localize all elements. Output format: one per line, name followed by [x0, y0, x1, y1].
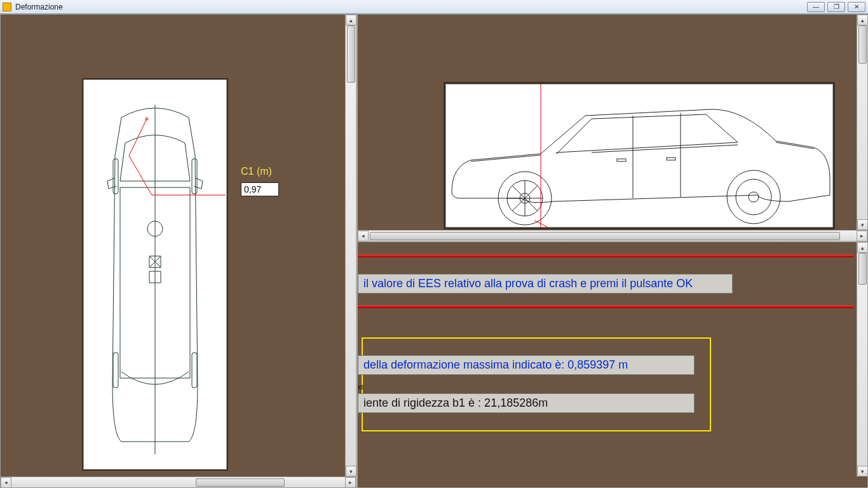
scroll-thumb-v[interactable]	[858, 253, 867, 285]
left-vertical-scrollbar[interactable]: ▴ ▾	[345, 15, 356, 477]
svg-point-17	[727, 170, 780, 224]
scroll-down-icon[interactable]: ▾	[346, 466, 356, 477]
scroll-down-icon[interactable]: ▾	[857, 466, 868, 477]
red-divider-top	[358, 255, 853, 257]
rigidity-b1-box: iente di rigidezza b1 è : 21,185286m	[358, 393, 695, 413]
titlebar: Deformazione — ❐ ✕	[0, 0, 868, 14]
xt-label: xt	[358, 383, 363, 391]
maximize-button[interactable]: ❐	[827, 2, 845, 12]
close-button[interactable]: ✕	[848, 2, 865, 12]
svg-rect-2	[113, 159, 118, 194]
scroll-up-icon[interactable]: ▴	[346, 15, 356, 25]
right-bottom-pane: il valore di EES relativo alla prova di …	[358, 242, 867, 487]
window-controls: — ❐ ✕	[807, 2, 865, 12]
ees-prompt-box: il valore di EES relativo alla prova di …	[358, 274, 733, 294]
results-frame	[362, 337, 711, 431]
svg-line-9	[592, 145, 738, 152]
red-divider-bottom	[358, 306, 853, 308]
scroll-left-icon[interactable]: ◂	[1, 477, 11, 488]
scroll-down-icon[interactable]: ▾	[857, 219, 868, 230]
left-pane: C1 (m) ▴ ▾ ◂ ▸	[0, 14, 357, 488]
deformation-max-box: della deformazione massima indicato è: 0…	[358, 355, 695, 375]
scroll-thumb-h[interactable]	[370, 232, 840, 240]
car-side-view-drawing	[445, 84, 833, 227]
scroll-thumb-v[interactable]	[347, 25, 355, 83]
deformation-line	[129, 118, 226, 195]
c1-label: C1 (m)	[241, 166, 272, 177]
scroll-up-icon[interactable]: ▴	[857, 15, 868, 25]
svg-rect-3	[192, 159, 197, 194]
scroll-left-icon[interactable]: ◂	[358, 231, 369, 241]
left-horizontal-scrollbar[interactable]: ◂ ▸	[1, 477, 356, 487]
right-top-h-scrollbar[interactable]: ◂ ▸	[358, 230, 867, 241]
svg-rect-21	[667, 158, 675, 160]
svg-rect-20	[617, 159, 626, 161]
scroll-thumb-v[interactable]	[858, 25, 867, 64]
side-view-canvas[interactable]	[444, 82, 835, 229]
workspace: C1 (m) ▴ ▾ ◂ ▸	[0, 14, 868, 488]
right-pane: ◂ ▸ ▴ ▾ il valore di EES relativo alla p…	[357, 14, 868, 488]
right-top-v-scrollbar[interactable]: ▴ ▾	[857, 15, 867, 230]
c1-input[interactable]	[241, 182, 279, 196]
minimize-button[interactable]: —	[807, 2, 825, 12]
svg-point-18	[736, 179, 771, 215]
svg-point-19	[749, 192, 759, 202]
right-top-pane: ◂ ▸ ▴ ▾	[358, 15, 867, 242]
right-bottom-v-scrollbar[interactable]: ▴ ▾	[857, 242, 867, 477]
scroll-right-icon[interactable]: ▸	[857, 231, 867, 241]
car-top-view-drawing	[83, 79, 227, 470]
svg-rect-5	[192, 353, 197, 388]
scroll-up-icon[interactable]: ▴	[857, 242, 868, 253]
svg-rect-4	[113, 353, 118, 388]
app-icon	[3, 3, 11, 11]
scroll-thumb-h[interactable]	[196, 478, 285, 487]
window-title: Deformazione	[15, 3, 63, 11]
top-view-canvas[interactable]	[82, 78, 228, 471]
scroll-right-icon[interactable]: ▸	[345, 477, 356, 488]
